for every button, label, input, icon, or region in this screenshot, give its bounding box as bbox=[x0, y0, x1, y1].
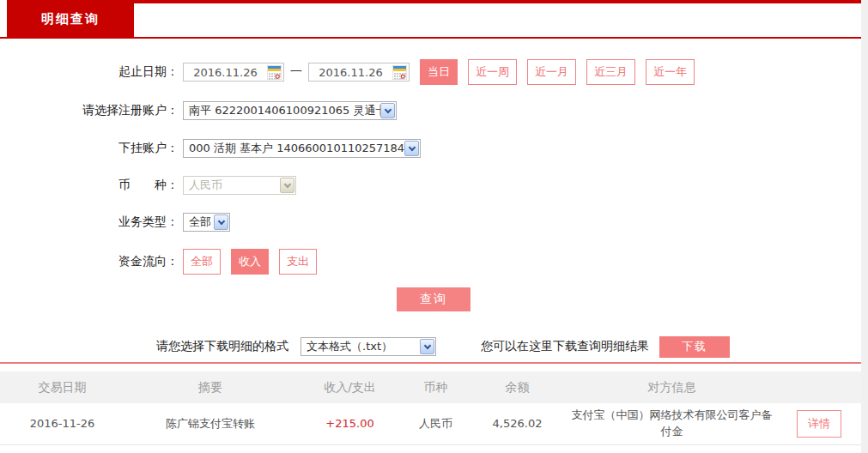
chevron-down-icon[interactable] bbox=[214, 214, 228, 230]
business-type-row: 业务类型： 全部 bbox=[0, 212, 861, 233]
date-separator: 一 bbox=[290, 64, 302, 80]
registered-account-value: 南平 6222001406100921065 灵通卡 bbox=[189, 103, 386, 118]
header-counterparty: 对方信息 bbox=[567, 378, 777, 396]
registered-account-select[interactable]: 南平 6222001406100921065 灵通卡 bbox=[183, 101, 397, 120]
flow-income-button[interactable]: 收入 bbox=[231, 249, 269, 275]
download-row: 请您选择下载明细的格式 文本格式（.txt） 您可以在这里下载查询明细结果 下载 bbox=[0, 335, 861, 358]
date-range-label: 起止日期： bbox=[0, 64, 179, 80]
funds-flow-row: 资金流向： 全部 收入 支出 bbox=[0, 250, 861, 273]
top-red-bar bbox=[7, 0, 861, 3]
table-header-row: 交易日期 摘要 收入/支出 币种 余额 对方信息 bbox=[0, 371, 861, 403]
flow-expense-button[interactable]: 支出 bbox=[279, 249, 317, 275]
business-type-label: 业务类型： bbox=[0, 214, 179, 230]
flow-all-button[interactable]: 全部 bbox=[183, 249, 221, 275]
tab-detail-query[interactable]: 明细查询 bbox=[7, 0, 134, 39]
chevron-down-icon bbox=[280, 178, 294, 193]
cell-transaction-date: 2016-11-26 bbox=[0, 416, 124, 432]
currency-label: 币 种： bbox=[0, 178, 179, 193]
calendar-icon[interactable] bbox=[392, 65, 407, 80]
business-type-select[interactable]: 全部 bbox=[183, 213, 230, 232]
date-from-value: 2016.11.26 bbox=[184, 66, 267, 79]
cell-balance: 4,526.02 bbox=[468, 416, 567, 432]
download-hint-text: 您可以在这里下载查询明细结果 bbox=[481, 339, 649, 354]
quick-range-year-button[interactable]: 近一年 bbox=[646, 59, 695, 85]
currency-select: 人民币 bbox=[183, 176, 296, 195]
quick-range-today-button[interactable]: 当日 bbox=[420, 59, 458, 85]
download-format-value: 文本格式（.txt） bbox=[307, 339, 392, 354]
registered-account-row: 请选择注册账户： 南平 6222001406100921065 灵通卡 bbox=[0, 100, 861, 121]
currency-value: 人民币 bbox=[189, 178, 222, 193]
currency-row: 币 种： 人民币 bbox=[0, 175, 861, 196]
quick-range-month-button[interactable]: 近一月 bbox=[527, 59, 576, 85]
date-from-input[interactable]: 2016.11.26 bbox=[183, 63, 284, 82]
funds-flow-label: 资金流向： bbox=[0, 254, 179, 269]
header-income-expense: 收入/支出 bbox=[296, 378, 404, 396]
header-transaction-date: 交易日期 bbox=[0, 378, 124, 396]
business-type-value: 全部 bbox=[189, 214, 211, 230]
download-format-select[interactable]: 文本格式（.txt） bbox=[300, 337, 436, 356]
cell-actions: 详情 bbox=[777, 410, 861, 438]
cell-currency: 人民币 bbox=[404, 416, 468, 432]
date-range-row: 起止日期： 2016.11.26 一 2016.11.26 bbox=[0, 60, 861, 84]
page-right-margin bbox=[861, 0, 868, 453]
chevron-down-icon[interactable] bbox=[404, 141, 419, 156]
header-summary: 摘要 bbox=[124, 378, 296, 396]
cell-amount: +215.00 bbox=[296, 416, 404, 432]
quick-range-week-button[interactable]: 近一周 bbox=[468, 59, 517, 85]
cell-counterparty: 支付宝（中国）网络技术有限公司客户备付金 bbox=[567, 408, 777, 440]
detail-button[interactable]: 详情 bbox=[797, 410, 841, 438]
table-row: 2016-11-26 陈广锦支付宝转账 +215.00 人民币 4,526.02… bbox=[0, 403, 861, 445]
header-balance: 余额 bbox=[468, 378, 567, 396]
chevron-down-icon[interactable] bbox=[380, 103, 395, 118]
sub-account-row: 下挂账户： 000 活期 基本户 1406600101102571848 bbox=[0, 138, 861, 159]
chevron-down-icon[interactable] bbox=[420, 339, 434, 354]
tab-label: 明细查询 bbox=[41, 11, 100, 27]
query-button[interactable]: 查询 bbox=[397, 287, 470, 311]
download-button[interactable]: 下载 bbox=[659, 336, 730, 358]
sub-account-select[interactable]: 000 活期 基本户 1406600101102571848 bbox=[183, 139, 421, 158]
table-top-divider bbox=[0, 362, 861, 364]
date-to-value: 2016.11.26 bbox=[309, 66, 392, 79]
download-format-label: 请您选择下载明细的格式 bbox=[156, 339, 288, 354]
header-currency: 币种 bbox=[404, 378, 468, 396]
tab-underline bbox=[0, 37, 861, 39]
sub-account-label: 下挂账户： bbox=[0, 141, 179, 156]
sub-account-value: 000 活期 基本户 1406600101102571848 bbox=[189, 141, 411, 156]
cell-summary: 陈广锦支付宝转账 bbox=[124, 416, 296, 432]
date-to-input[interactable]: 2016.11.26 bbox=[308, 63, 410, 82]
calendar-icon[interactable] bbox=[267, 65, 282, 80]
registered-account-label: 请选择注册账户： bbox=[0, 103, 179, 118]
quick-range-quarter-button[interactable]: 近三月 bbox=[586, 59, 635, 85]
